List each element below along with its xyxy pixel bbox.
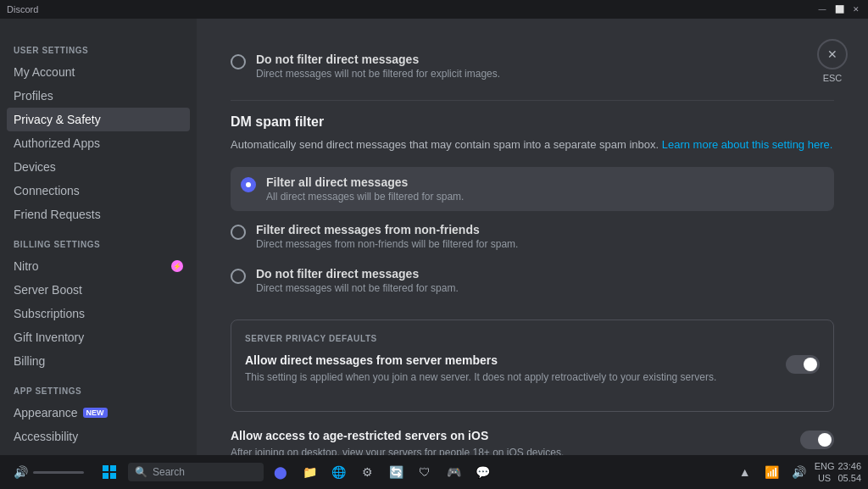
age-restricted-ios-text: Allow access to age-restricted servers o… bbox=[231, 429, 564, 455]
taskbar-icon-app2[interactable]: 🔄 bbox=[384, 460, 408, 484]
sidebar-item-privacy-safety[interactable]: Privacy & Safety bbox=[7, 108, 190, 131]
sidebar-item-nitro[interactable]: Nitro ⚡ bbox=[7, 254, 190, 278]
filter-all-title: Filter all direct messages bbox=[266, 175, 464, 189]
sidebar-item-server-boost[interactable]: Server Boost bbox=[7, 278, 190, 302]
dm-spam-filter-link[interactable]: Learn more about this setting here. bbox=[662, 138, 833, 151]
sidebar-item-gift-inventory[interactable]: Gift Inventory bbox=[7, 325, 190, 349]
sidebar-item-my-account[interactable]: My Account bbox=[7, 60, 190, 84]
sidebar-item-accessibility[interactable]: Accessibility bbox=[7, 425, 190, 448]
sidebar-item-label: Nitro bbox=[14, 259, 39, 273]
titlebar-title: Discord bbox=[7, 4, 38, 14]
allow-dm-toggle-row: Allow direct messages from server member… bbox=[245, 353, 820, 385]
dm-spam-filter-desc: Automatically send direct messages that … bbox=[231, 136, 834, 153]
no-filter-title: Do not filter direct messages bbox=[256, 267, 459, 281]
filter-non-friends-desc: Direct messages from non-friends will be… bbox=[256, 238, 518, 250]
start-button[interactable] bbox=[96, 458, 123, 486]
esc-button[interactable]: ✕ ESC bbox=[817, 39, 848, 83]
taskbar-icon-chrome[interactable]: 🌐 bbox=[326, 460, 350, 484]
radio-option-filter-non-friends[interactable]: Filter direct messages from non-friends … bbox=[231, 214, 834, 258]
taskbar-icon-files[interactable]: 📁 bbox=[298, 460, 321, 484]
system-tray: ▲ 📶 🔊 ENGUS 23:4605.54 bbox=[733, 460, 861, 485]
filter-non-friends-title: Filter direct messages from non-friends bbox=[256, 223, 518, 236]
sidebar-item-connections[interactable]: Connections bbox=[7, 179, 190, 203]
close-button[interactable]: ✕ bbox=[851, 4, 861, 14]
top-radio-desc: Direct messages will not be filtered for… bbox=[256, 68, 500, 80]
sidebar-item-label: Profiles bbox=[14, 89, 53, 103]
sidebar-item-label: Authorized Apps bbox=[14, 136, 100, 150]
radio-circle-filter-non-friends bbox=[231, 225, 246, 240]
sidebar-item-label: Gift Inventory bbox=[14, 331, 84, 344]
search-icon: 🔍 bbox=[135, 466, 147, 478]
taskbar-clock[interactable]: 23:4605.54 bbox=[837, 460, 861, 485]
taskbar-icon-app1[interactable]: ⚙ bbox=[355, 460, 379, 484]
taskbar-icon-app5[interactable]: 💬 bbox=[470, 460, 494, 484]
volume-bar[interactable] bbox=[33, 471, 84, 474]
nitro-icon: ⚡ bbox=[171, 260, 183, 272]
taskbar-icon-discord[interactable]: ⬤ bbox=[269, 460, 292, 484]
tray-icon-volume[interactable]: 🔊 bbox=[787, 460, 811, 484]
new-badge: NEW bbox=[83, 408, 108, 418]
age-restricted-ios-desc: After joining on desktop, view your serv… bbox=[231, 446, 564, 455]
sidebar-item-label: Devices bbox=[14, 160, 56, 174]
tray-icon-1[interactable]: ▲ bbox=[733, 460, 757, 484]
no-filter-desc: Direct messages will not be filtered for… bbox=[256, 282, 459, 294]
sidebar-item-billing[interactable]: Billing bbox=[7, 349, 190, 373]
top-radio-option[interactable]: Do not filter direct messages Direct mes… bbox=[231, 46, 834, 86]
radio-option-no-filter[interactable]: Do not filter direct messages Direct mes… bbox=[231, 258, 834, 303]
dm-spam-filter-desc-text: Automatically send direct messages that … bbox=[231, 138, 659, 151]
windows-icon bbox=[103, 465, 116, 479]
age-restricted-ios-toggle[interactable] bbox=[800, 431, 834, 449]
sidebar-item-label: My Account bbox=[14, 65, 75, 79]
maximize-button[interactable]: ⬜ bbox=[834, 4, 844, 14]
sidebar-item-devices[interactable]: Devices bbox=[7, 155, 190, 179]
sidebar-item-label: Subscriptions bbox=[14, 307, 85, 320]
top-divider bbox=[231, 100, 834, 101]
taskbar-search[interactable]: 🔍 Search bbox=[128, 463, 264, 481]
volume-area: 🔊 bbox=[7, 465, 91, 479]
top-radio-title: Do not filter direct messages bbox=[256, 53, 500, 66]
radio-circle-do-not-filter-top bbox=[231, 54, 246, 69]
allow-dm-toggle[interactable] bbox=[786, 355, 820, 374]
main-layout: USER SETTINGS My Account Profiles Privac… bbox=[0, 19, 868, 455]
sidebar-item-label: Server Boost bbox=[14, 283, 82, 297]
minimize-button[interactable]: — bbox=[817, 4, 827, 14]
sidebar-item-label: Friend Requests bbox=[14, 208, 101, 221]
search-text: Search bbox=[153, 466, 185, 478]
server-privacy-label: SERVER PRIVACY DEFAULTS bbox=[245, 334, 820, 343]
taskbar-icon-app4[interactable]: 🎮 bbox=[442, 460, 465, 484]
svg-rect-3 bbox=[110, 473, 116, 479]
filter-all-text: Filter all direct messages All direct me… bbox=[266, 175, 464, 203]
sidebar-item-friend-requests[interactable]: Friend Requests bbox=[7, 203, 190, 226]
esc-label: ESC bbox=[823, 73, 843, 83]
age-restricted-ios-row: Allow access to age-restricted servers o… bbox=[231, 429, 834, 455]
sidebar-item-appearance[interactable]: Appearance NEW bbox=[7, 401, 190, 425]
svg-rect-2 bbox=[103, 473, 108, 479]
svg-rect-1 bbox=[110, 465, 116, 471]
svg-rect-0 bbox=[103, 465, 108, 471]
sidebar-item-label: Voice & Video bbox=[14, 453, 87, 455]
sidebar-item-label: Connections bbox=[14, 184, 80, 197]
radio-option-filter-all[interactable]: Filter all direct messages All direct me… bbox=[231, 167, 834, 211]
server-privacy-box: SERVER PRIVACY DEFAULTS Allow direct mes… bbox=[231, 320, 834, 413]
content-area: ✕ ESC Do not filter direct messages Dire… bbox=[197, 19, 868, 455]
titlebar: Discord — ⬜ ✕ bbox=[0, 0, 868, 19]
user-settings-label: USER SETTINGS bbox=[7, 42, 190, 58]
sidebar-item-profiles[interactable]: Profiles bbox=[7, 84, 190, 108]
sidebar-item-voice-video[interactable]: Voice & Video bbox=[7, 448, 190, 455]
filter-all-desc: All direct messages will be filtered for… bbox=[266, 191, 464, 203]
sidebar-item-label: Appearance bbox=[14, 406, 78, 420]
sidebar-item-label: Accessibility bbox=[14, 430, 78, 443]
allow-dm-desc: This setting is applied when you join a … bbox=[245, 370, 716, 385]
tray-icon-wifi[interactable]: 📶 bbox=[760, 460, 784, 484]
sidebar-item-label: Billing bbox=[14, 354, 45, 368]
allow-dm-text: Allow direct messages from server member… bbox=[245, 353, 716, 385]
sidebar-item-label: Privacy & Safety bbox=[14, 113, 101, 126]
taskbar-icon-app3[interactable]: 🛡 bbox=[413, 460, 437, 484]
age-restricted-ios-title: Allow access to age-restricted servers o… bbox=[231, 429, 564, 442]
radio-circle-filter-all bbox=[241, 177, 256, 192]
filter-non-friends-text: Filter direct messages from non-friends … bbox=[256, 223, 518, 250]
sidebar-item-subscriptions[interactable]: Subscriptions bbox=[7, 302, 190, 325]
dm-spam-filter-block: DM spam filter Automatically send direct… bbox=[231, 114, 834, 303]
allow-dm-title: Allow direct messages from server member… bbox=[245, 353, 716, 367]
sidebar-item-authorized-apps[interactable]: Authorized Apps bbox=[7, 131, 190, 155]
